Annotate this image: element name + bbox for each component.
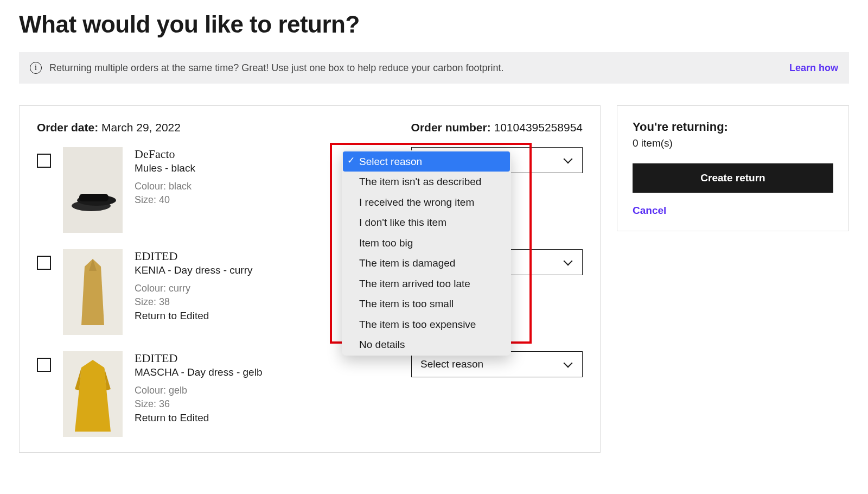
order-number-label: Order number: xyxy=(411,121,491,134)
order-number-value: 10104395258954 xyxy=(494,121,583,134)
chevron-down-icon xyxy=(564,257,573,267)
learn-how-link[interactable]: Learn how xyxy=(789,62,838,74)
dropdown-option[interactable]: No details xyxy=(343,334,510,354)
dropdown-option[interactable]: The item is too expensive xyxy=(343,314,510,334)
item-thumbnail xyxy=(63,351,123,437)
dropdown-option[interactable]: Select reason xyxy=(343,151,510,172)
order-date-label: Order date: xyxy=(37,121,98,134)
info-banner: i Returning multiple orders at the same … xyxy=(19,52,849,84)
order-number: Order number: 10104395258954 xyxy=(411,121,583,134)
order-date: Order date: March 29, 2022 xyxy=(37,121,181,134)
item-details: EDITED MASCHA - Day dress - gelb Colour:… xyxy=(135,351,399,424)
dropdown-option[interactable]: Item too big xyxy=(343,233,510,253)
order-date-value: March 29, 2022 xyxy=(101,121,181,134)
item-size: Size: 36 xyxy=(135,397,399,411)
dropdown-option[interactable]: I received the wrong item xyxy=(343,192,510,212)
svg-rect-3 xyxy=(79,194,108,201)
page-title: What would you like to return? xyxy=(19,11,849,38)
item-thumbnail xyxy=(63,147,123,233)
item-checkbox[interactable] xyxy=(37,154,51,168)
dropdown-option[interactable]: The item arrived too late xyxy=(343,274,510,294)
summary-heading: You're returning: xyxy=(633,120,833,134)
return-summary: You're returning: 0 item(s) Create retur… xyxy=(617,105,849,231)
item-name: MASCHA - Day dress - gelb xyxy=(135,366,399,378)
dropdown-option[interactable]: The item is damaged xyxy=(343,253,510,273)
order-header: Order date: March 29, 2022 Order number:… xyxy=(37,121,583,134)
item-return-to: Return to Edited xyxy=(135,412,399,424)
info-banner-text: Returning multiple orders at the same ti… xyxy=(49,62,789,74)
dropdown-option[interactable]: The item isn't as described xyxy=(343,172,510,192)
return-item-row: EDITED MASCHA - Day dress - gelb Colour:… xyxy=(37,351,583,437)
item-colour: Colour: gelb xyxy=(135,384,399,397)
dropdown-option[interactable]: The item is too small xyxy=(343,294,510,314)
reason-select-value: Select reason xyxy=(420,358,483,370)
chevron-down-icon xyxy=(564,155,573,165)
cancel-link[interactable]: Cancel xyxy=(633,205,833,217)
item-thumbnail xyxy=(63,249,123,335)
order-card: Order date: March 29, 2022 Order number:… xyxy=(19,105,601,453)
info-icon: i xyxy=(30,62,42,74)
create-return-button[interactable]: Create return xyxy=(633,163,833,193)
item-checkbox[interactable] xyxy=(37,358,51,372)
item-checkbox[interactable] xyxy=(37,256,51,270)
summary-count: 0 item(s) xyxy=(633,137,833,149)
svg-rect-0 xyxy=(63,147,123,233)
reason-dropdown-menu[interactable]: Select reason The item isn't as describe… xyxy=(342,150,511,356)
dropdown-option[interactable]: I don't like this item xyxy=(343,212,510,232)
chevron-down-icon xyxy=(564,359,573,369)
